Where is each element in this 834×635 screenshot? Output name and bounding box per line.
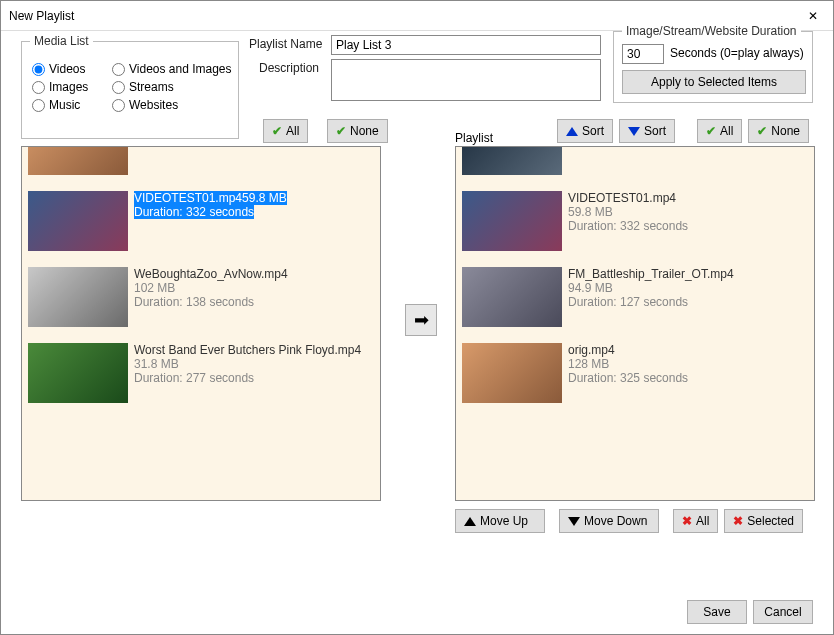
thumbnail xyxy=(28,267,128,327)
list-item[interactable]: VIDEOTEST01.mp459.8 MBDuration: 332 seco… xyxy=(22,183,380,259)
add-to-playlist-button[interactable]: ➡ xyxy=(405,304,437,336)
item-duration: Duration: 325 seconds xyxy=(568,371,808,385)
list-item[interactable]: WeBoughtaZoo_AvNow.mp4102 MBDuration: 13… xyxy=(22,259,380,335)
list-item[interactable]: orig.mp4128 MBDuration: 325 seconds xyxy=(456,335,814,411)
item-name: Worst Band Ever Butchers Pink Floyd.mp4 xyxy=(134,343,374,357)
item-meta: VIDEOTEST01.mp459.8 MBDuration: 332 seco… xyxy=(568,191,808,251)
check-icon: ✔ xyxy=(336,124,346,138)
thumbnail xyxy=(462,267,562,327)
item-size: 94.9 MB xyxy=(568,281,808,295)
radio-videos-images[interactable]: Videos and Images xyxy=(112,62,232,76)
apply-duration-button[interactable]: Apply to Selected Items xyxy=(622,70,806,94)
list-item[interactable]: VIDEOTEST01.mp459.8 MBDuration: 332 seco… xyxy=(456,183,814,259)
remove-selected-button[interactable]: ✖Selected xyxy=(724,509,803,533)
new-playlist-window: New Playlist ✕ Media List Videos Images … xyxy=(0,0,834,635)
item-name: orig.mp4 xyxy=(568,343,808,357)
arrow-right-icon: ➡ xyxy=(414,309,429,331)
x-icon: ✖ xyxy=(733,514,743,528)
description-input[interactable] xyxy=(331,59,601,101)
playlist-name-input[interactable] xyxy=(331,35,601,55)
item-meta: FM_Battleship_Trailer_OT.mp494.9 MBDurat… xyxy=(568,267,808,327)
playlist-listbox[interactable]: 7.37 MBDuration: 7 secondsVIDEOTEST01.mp… xyxy=(455,146,815,501)
duration-legend: Image/Stream/Website Duration xyxy=(622,24,801,38)
list-item[interactable]: FM_Battleship_Trailer_OT.mp494.9 MBDurat… xyxy=(456,259,814,335)
thumbnail xyxy=(28,146,128,175)
triangle-down-icon xyxy=(628,127,640,136)
content-area: Media List Videos Images Music Videos an… xyxy=(1,31,833,634)
item-meta: VIDEOTEST01.mp459.8 MBDuration: 332 seco… xyxy=(134,191,374,251)
check-icon: ✔ xyxy=(706,124,716,138)
playlist-none-button[interactable]: ✔None xyxy=(748,119,809,143)
media-none-button[interactable]: ✔None xyxy=(327,119,388,143)
item-meta: orig.mp4128 MBDuration: 325 seconds xyxy=(568,343,808,403)
item-meta: 7.37 MBDuration: 7 seconds xyxy=(568,146,808,175)
item-name: WeBoughtaZoo_AvNow.mp4 xyxy=(134,267,374,281)
thumbnail xyxy=(28,191,128,251)
save-button[interactable]: Save xyxy=(687,600,747,624)
radio-streams[interactable]: Streams xyxy=(112,80,232,94)
sort-asc-button[interactable]: Sort xyxy=(557,119,613,143)
playlist-name-label: Playlist Name xyxy=(249,37,322,51)
move-down-button[interactable]: Move Down xyxy=(559,509,659,533)
close-icon[interactable]: ✕ xyxy=(801,4,825,28)
media-all-button[interactable]: ✔All xyxy=(263,119,308,143)
media-listbox[interactable]: 128 MBDuration: 325 secondsVIDEOTEST01.m… xyxy=(21,146,381,501)
duration-input[interactable] xyxy=(622,44,664,64)
item-meta: 128 MBDuration: 325 seconds xyxy=(134,146,374,175)
radio-music[interactable]: Music xyxy=(32,98,88,112)
list-item[interactable]: 128 MBDuration: 325 seconds xyxy=(22,146,380,183)
media-list-legend: Media List xyxy=(30,34,93,48)
cancel-button[interactable]: Cancel xyxy=(753,600,813,624)
x-icon: ✖ xyxy=(682,514,692,528)
playlist-all-button[interactable]: ✔All xyxy=(697,119,742,143)
media-list-group: Media List Videos Images Music Videos an… xyxy=(21,41,239,139)
item-size: 59.8 MB xyxy=(568,205,808,219)
item-duration: Duration: 277 seconds xyxy=(134,371,374,385)
radio-websites[interactable]: Websites xyxy=(112,98,232,112)
item-meta: WeBoughtaZoo_AvNow.mp4102 MBDuration: 13… xyxy=(134,267,374,327)
window-title: New Playlist xyxy=(9,9,801,23)
item-meta: Worst Band Ever Butchers Pink Floyd.mp43… xyxy=(134,343,374,403)
check-icon: ✔ xyxy=(757,124,767,138)
check-icon: ✔ xyxy=(272,124,282,138)
list-item[interactable]: 7.37 MBDuration: 7 seconds xyxy=(456,146,814,183)
item-duration: Duration: 127 seconds xyxy=(568,295,808,309)
move-up-button[interactable]: Move Up xyxy=(455,509,545,533)
thumbnail xyxy=(462,146,562,175)
playlist-label: Playlist xyxy=(455,131,493,145)
sort-desc-button[interactable]: Sort xyxy=(619,119,675,143)
radio-images[interactable]: Images xyxy=(32,80,88,94)
item-name: FM_Battleship_Trailer_OT.mp4 xyxy=(568,267,808,281)
triangle-up-icon xyxy=(464,517,476,526)
item-size: 102 MB xyxy=(134,281,374,295)
duration-group: Image/Stream/Website Duration Seconds (0… xyxy=(613,31,813,103)
item-duration: Duration: 332 seconds xyxy=(568,219,808,233)
item-duration: Duration: 138 seconds xyxy=(134,295,374,309)
item-size: 128 MB xyxy=(568,357,808,371)
thumbnail xyxy=(28,343,128,403)
triangle-up-icon xyxy=(566,127,578,136)
triangle-down-icon xyxy=(568,517,580,526)
thumbnail xyxy=(462,191,562,251)
item-size: 31.8 MB xyxy=(134,357,374,371)
item-duration: Duration: 332 seconds xyxy=(134,205,254,219)
item-name: VIDEOTEST01.mp4 xyxy=(134,191,242,205)
remove-all-button[interactable]: ✖All xyxy=(673,509,718,533)
description-label: Description xyxy=(259,61,319,75)
radio-videos[interactable]: Videos xyxy=(32,62,88,76)
item-size: 59.8 MB xyxy=(242,191,287,205)
list-item[interactable]: Worst Band Ever Butchers Pink Floyd.mp43… xyxy=(22,335,380,411)
thumbnail xyxy=(462,343,562,403)
item-name: VIDEOTEST01.mp4 xyxy=(568,191,808,205)
duration-unit: Seconds (0=play always) xyxy=(670,46,804,60)
